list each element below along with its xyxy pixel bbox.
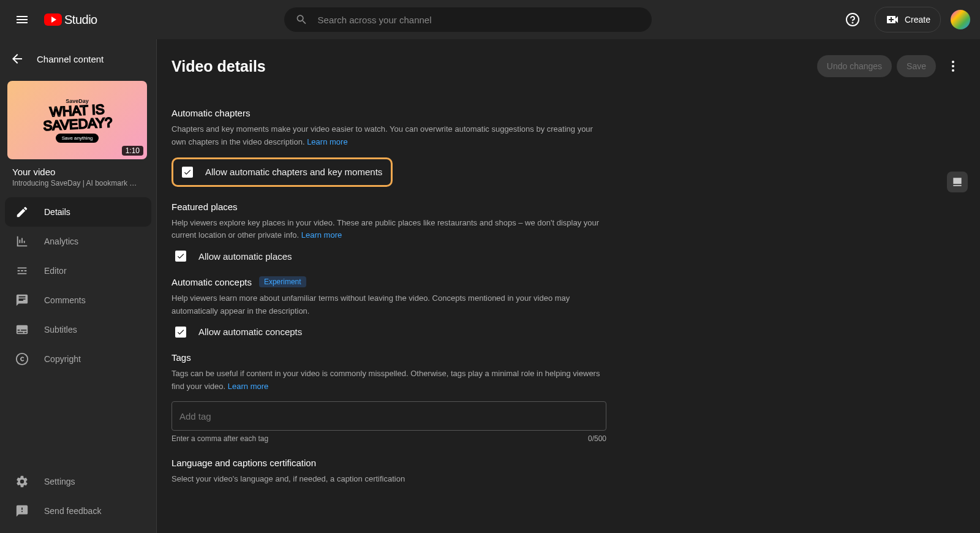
logo[interactable]: Studio xyxy=(44,13,97,27)
section-desc: Select your video's language and, if nee… xyxy=(172,473,606,486)
sidebar-nav: Details Analytics Editor Comments Subtit… xyxy=(0,197,156,374)
header-right: Create xyxy=(840,7,970,32)
nav-label: Editor xyxy=(44,266,67,276)
more-button[interactable] xyxy=(941,54,965,78)
video-meta-title: Your video xyxy=(12,167,144,177)
main-actions: Undo changes Save xyxy=(817,54,965,78)
feedback-icon xyxy=(15,504,29,518)
experiment-badge: Experiment xyxy=(259,276,306,287)
checkbox-row[interactable]: Allow automatic chapters and key moments xyxy=(182,167,382,178)
logo-text: Studio xyxy=(64,13,97,27)
section-desc: Tags can be useful if content in your vi… xyxy=(172,368,606,393)
floating-screen-button[interactable] xyxy=(947,172,968,192)
comments-icon xyxy=(15,293,29,307)
nav-label: Copyright xyxy=(44,354,81,364)
video-meta: Your video Introducing SaveDay | AI book… xyxy=(0,159,156,192)
svg-point-5 xyxy=(952,69,954,72)
tags-hint: Enter a comma after each tag xyxy=(172,434,268,443)
search-icon xyxy=(295,13,308,26)
search-container[interactable] xyxy=(284,7,652,32)
save-button[interactable]: Save xyxy=(897,55,936,77)
sidebar-item-analytics[interactable]: Analytics xyxy=(5,227,151,256)
section-desc: Help viewers learn more about unfamiliar… xyxy=(172,292,606,318)
tags-footer: Enter a comma after each tag 0/500 xyxy=(172,434,606,443)
pencil-icon xyxy=(15,205,29,219)
sidebar-item-comments[interactable]: Comments xyxy=(5,285,151,315)
video-meta-subtitle: Introducing SaveDay | AI bookmark … xyxy=(12,179,144,187)
sidebar: Channel content SaveDay WHAT IS SAVEDAY?… xyxy=(0,39,157,533)
sidebar-item-editor[interactable]: Editor xyxy=(5,256,151,285)
checkbox-auto-concepts[interactable] xyxy=(175,327,186,338)
section-title: Automatic concepts Experiment xyxy=(172,276,755,287)
back-arrow-icon xyxy=(10,51,24,66)
editor-icon xyxy=(15,264,29,278)
more-vert-icon xyxy=(946,59,960,74)
svg-point-1 xyxy=(852,23,853,23)
checkbox-row[interactable]: Allow automatic concepts xyxy=(172,327,755,338)
svg-point-3 xyxy=(952,61,954,63)
nav-label: Send feedback xyxy=(44,506,101,516)
nav-label: Analytics xyxy=(44,236,78,246)
section-auto-concepts: Automatic concepts Experiment Help viewe… xyxy=(172,276,755,338)
checkbox-label: Allow automatic concepts xyxy=(198,327,302,337)
video-thumbnail-wrap[interactable]: SaveDay WHAT IS SAVEDAY? Save anything 1… xyxy=(0,81,156,159)
section-tags: Tags Tags can be useful if content in yo… xyxy=(172,352,755,444)
avatar[interactable] xyxy=(951,10,970,29)
app-header: Studio Create xyxy=(0,0,980,39)
analytics-icon xyxy=(15,235,29,248)
checkbox-row[interactable]: Allow automatic places xyxy=(172,251,755,262)
sidebar-item-subtitles[interactable]: Subtitles xyxy=(5,315,151,344)
checkbox-auto-places[interactable] xyxy=(175,251,186,262)
check-icon xyxy=(183,168,192,176)
learn-more-link[interactable]: Learn more xyxy=(307,137,347,146)
svg-point-2 xyxy=(17,353,28,365)
page-title: Video details xyxy=(172,58,266,75)
sidebar-back-row[interactable]: Channel content xyxy=(0,44,156,74)
youtube-icon xyxy=(44,13,62,26)
section-title: Automatic chapters xyxy=(172,108,755,118)
learn-more-link[interactable]: Learn more xyxy=(301,230,342,240)
sidebar-item-copyright[interactable]: Copyright xyxy=(5,344,151,374)
subtitles-icon xyxy=(15,323,29,336)
section-title: Language and captions certification xyxy=(172,458,755,468)
thumb-duration: 1:10 xyxy=(122,146,143,156)
nav-label: Settings xyxy=(44,477,75,486)
undo-button[interactable]: Undo changes xyxy=(817,55,892,77)
checkbox-auto-chapters[interactable] xyxy=(182,167,193,178)
section-title: Featured places xyxy=(172,202,755,212)
sidebar-item-settings[interactable]: Settings xyxy=(5,467,151,496)
nav-label: Subtitles xyxy=(44,325,77,335)
copyright-icon xyxy=(15,352,29,366)
section-title: Tags xyxy=(172,352,755,363)
section-desc: Chapters and key moments make your video… xyxy=(172,123,606,149)
checkbox-label: Allow automatic chapters and key moments xyxy=(205,167,382,177)
check-icon xyxy=(176,328,185,336)
section-language: Language and captions certification Sele… xyxy=(172,458,755,486)
search-input[interactable] xyxy=(318,15,641,25)
svg-point-4 xyxy=(952,65,954,67)
section-desc: Help viewers explore key places in your … xyxy=(172,217,606,243)
nav-label: Comments xyxy=(44,295,86,305)
learn-more-link[interactable]: Learn more xyxy=(228,382,268,391)
section-auto-chapters: Automatic chapters Chapters and key mome… xyxy=(172,108,755,187)
hamburger-icon xyxy=(15,12,29,27)
nav-label: Details xyxy=(44,207,70,217)
tags-input[interactable] xyxy=(172,401,606,431)
help-button[interactable] xyxy=(840,7,865,32)
video-thumbnail: SaveDay WHAT IS SAVEDAY? Save anything 1… xyxy=(7,81,147,159)
main-header: Video details Undo changes Save xyxy=(157,39,980,86)
highlighted-checkbox-row: Allow automatic chapters and key moments xyxy=(172,157,393,187)
checkbox-label: Allow automatic places xyxy=(198,251,292,262)
main-area: Video details Undo changes Save Automati… xyxy=(157,39,980,533)
section-featured-places: Featured places Help viewers explore key… xyxy=(172,202,755,262)
menu-button[interactable] xyxy=(10,7,34,32)
check-icon xyxy=(176,252,185,260)
sidebar-item-details[interactable]: Details xyxy=(5,197,151,227)
tags-counter: 0/500 xyxy=(588,434,606,443)
gear-icon xyxy=(15,475,29,488)
create-button[interactable]: Create xyxy=(875,7,941,32)
sidebar-item-feedback[interactable]: Send feedback xyxy=(5,496,151,526)
thumb-headline: WHAT IS SAVEDAY? xyxy=(42,102,112,133)
create-icon xyxy=(885,12,900,27)
screen-icon xyxy=(951,176,963,188)
